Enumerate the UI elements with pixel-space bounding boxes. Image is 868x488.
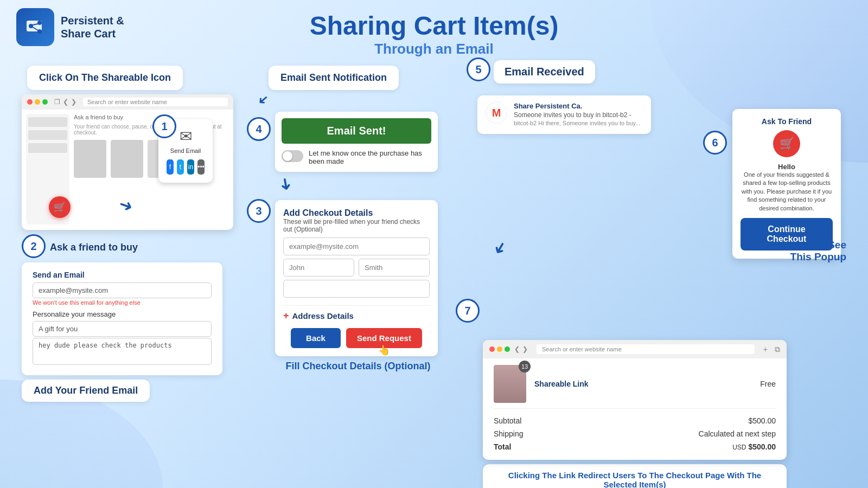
new-tab-icon[interactable]: + — [763, 345, 768, 354]
click-shareable-label: Click On The Shareable Icon — [27, 66, 183, 90]
shipping-value: Calculated at next step — [699, 429, 776, 438]
page-title: Sharing Cart Item(s) Through an Email — [310, 11, 559, 57]
browser-bar: ❐❮❯ Search or enter website name — [22, 94, 233, 110]
subtotal-label: Subtotal — [494, 416, 521, 425]
gmail-logo: M — [486, 102, 507, 124]
subtotal-row: Subtotal $500.00 — [494, 414, 776, 427]
twitter-icon[interactable]: t — [177, 159, 184, 175]
back-button[interactable]: Back — [291, 328, 341, 348]
friends-popup-label: Friends Will See This Popup — [743, 239, 846, 263]
cart-icon[interactable]: 🛒 — [49, 196, 71, 218]
browser-main: Ask a friend to buy Your friend can choo… — [74, 114, 229, 224]
popup-hello: Hello — [741, 163, 833, 171]
dot-yellow — [35, 99, 40, 105]
email-received-label: Email Received — [494, 60, 595, 84]
total-value: USD $500.00 — [732, 442, 776, 451]
friend-popup-text: One of your friends suggested & shared a… — [741, 171, 833, 213]
checkout-heading: Add Checkout Details — [283, 208, 430, 218]
logo-icon — [16, 8, 54, 46]
product-thumb-2 — [111, 140, 143, 178]
send-request-button[interactable]: Send Request 👆 — [346, 328, 422, 348]
step-6-circle: 6 — [703, 131, 727, 155]
browser-dots — [27, 99, 48, 105]
browser-mockup-7: ❮❯ Search or enter website name + ⧉ 13 S… — [483, 340, 787, 460]
step-5-circle: 5 — [467, 57, 490, 81]
dot-green-7 — [505, 346, 510, 352]
logo-area: Persistent & Share Cart — [16, 8, 124, 46]
gmail-subject: Someone invites you to buy in bitcot-b2 … — [514, 111, 640, 119]
main-title: Sharing Cart Item(s) — [310, 11, 559, 41]
email-hint: We won't use this email for anything els… — [33, 299, 212, 306]
svg-point-2 — [37, 21, 42, 25]
more-icon[interactable]: ••• — [197, 159, 205, 175]
cart-product-name: Shareable Link — [534, 380, 752, 388]
arrow-email-sent: ➜ — [254, 91, 272, 110]
main-subtitle: Through an Email — [310, 41, 559, 57]
browser-bar-7: ❮❯ Search or enter website name + ⧉ — [483, 340, 787, 358]
send-email-label2: Send an Email — [33, 271, 212, 279]
gmail-preview: bitcot-b2 Hi there, Someone invites you … — [514, 120, 640, 126]
friend-email-input[interactable] — [33, 282, 212, 298]
send-email-label: Send Email — [167, 147, 205, 154]
gmail-content: Share Persistent Ca. Someone invites you… — [514, 102, 640, 127]
cart-badge: 13 — [519, 361, 531, 373]
cart-icon-big: 🛒 — [773, 130, 800, 157]
checkout-details-box: Add Checkout Details These will be pre-f… — [275, 200, 438, 356]
toggle-knob — [283, 151, 292, 161]
arrow-3: ➜ — [276, 176, 297, 192]
toggle-switch[interactable] — [282, 150, 303, 162]
cart-totals: Subtotal $500.00 Shipping Calculated at … — [494, 414, 776, 453]
ask-friend-text: Ask a friend to buy — [50, 242, 138, 253]
email-sent-box: Email Sent! Let me know once the purchas… — [275, 112, 438, 172]
toggle-row: Let me know once the purchase has been m… — [282, 149, 431, 165]
friend-popup: Ask To Friend 🛒 Hello One of your friend… — [732, 109, 841, 259]
checkout-email-input[interactable] — [283, 237, 430, 255]
header: Persistent & Share Cart Sharing Cart Ite… — [0, 0, 868, 60]
email-sent-notification-label: Email Sent Notification — [269, 66, 399, 90]
col-right: Email Received 5 M Share Persistent Ca. … — [450, 66, 857, 488]
step-1-circle: 1 — [152, 114, 176, 138]
address-details: + Address Details — [283, 305, 430, 322]
subtotal-value: $500.00 — [748, 416, 776, 425]
phone-input[interactable] — [283, 280, 430, 298]
total-label: Total — [494, 442, 511, 451]
first-name-input[interactable] — [283, 259, 354, 277]
arrow-to-browser: ➜ — [489, 238, 512, 259]
message-textarea[interactable]: hey dude please check the products — [33, 338, 212, 365]
checkout-subtext: These will be pre-filled when your frien… — [283, 218, 430, 233]
browser-url-7: Search or enter website name — [537, 344, 755, 354]
bookmark-icon[interactable]: ⧉ — [775, 345, 780, 354]
facebook-icon[interactable]: f — [167, 159, 174, 175]
personalize-input[interactable] — [33, 321, 212, 337]
browser-content-7: 13 Shareable Link Free Subtotal $500.00 … — [483, 358, 787, 460]
toggle-label: Let me know once the purchase has been m… — [309, 149, 431, 165]
main-content: Click On The Shareable Icon ❐❮❯ Search o… — [0, 60, 868, 488]
gmail-notification: M Share Persistent Ca. Someone invites y… — [477, 95, 651, 134]
email-sent-green: Email Sent! — [282, 118, 431, 144]
step-4-circle: 4 — [247, 117, 271, 141]
address-plus-icon: + — [283, 310, 289, 322]
dot-green — [42, 99, 48, 105]
col-middle: Email Sent Notification ➜ 4 Email Sent! … — [247, 66, 442, 488]
col-left: Click On The Shareable Icon ❐❮❯ Search o… — [11, 66, 239, 488]
cursor-icon: 👆 — [378, 344, 390, 356]
checkout-actions: Back Send Request 👆 — [283, 328, 430, 348]
shipping-row: Shipping Calculated at next step — [494, 427, 776, 440]
step-3-circle: 3 — [247, 199, 271, 223]
dot-yellow-7 — [497, 346, 502, 352]
total-row: Total USD $500.00 — [494, 440, 776, 453]
cart-product-img: 13 — [494, 365, 526, 403]
step-7-circle: 7 — [456, 299, 480, 323]
personalize-label: Personalize your message — [33, 310, 116, 318]
friend-email-panel: Send an Email We won't use this email fo… — [22, 262, 222, 375]
logo-text: Persistent & Share Cart — [61, 14, 124, 40]
fill-checkout-label: Fill Checkout Details (Optional) — [274, 361, 442, 372]
redirect-label: Clicking The Link Redirect Users To The … — [483, 464, 787, 488]
browser-url: Search or enter website name — [83, 98, 228, 106]
browser-controls: ❐❮❯ — [54, 98, 76, 106]
last-name-input[interactable] — [359, 259, 430, 277]
linkedin-icon[interactable]: in — [187, 159, 194, 175]
cart-row: 13 Shareable Link Free — [494, 365, 776, 409]
gmail-from: Share Persistent Ca. — [514, 102, 640, 110]
checkout-name-row — [283, 259, 430, 277]
